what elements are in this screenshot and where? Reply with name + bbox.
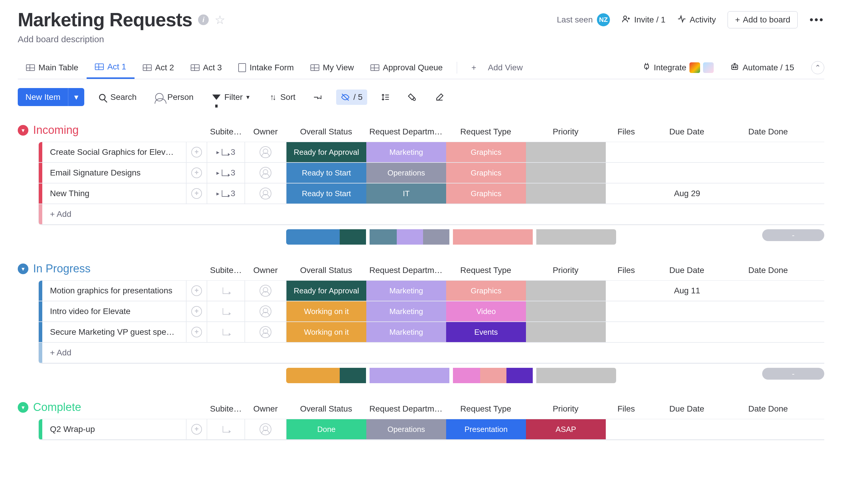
- subitems-cell[interactable]: ▸3: [207, 163, 245, 183]
- files-cell[interactable]: [606, 142, 647, 162]
- files-cell[interactable]: [606, 301, 647, 321]
- item-name[interactable]: Intro video for Elevate: [42, 301, 187, 321]
- column-header-due[interactable]: Due Date: [647, 127, 727, 137]
- column-header-due[interactable]: Due Date: [647, 266, 727, 275]
- view-tab[interactable]: Act 2: [135, 57, 182, 78]
- column-header-department[interactable]: Request Departm…: [366, 127, 446, 137]
- table-row[interactable]: Secure Marketing VP guest spea… Working …: [39, 322, 824, 343]
- column-header-done[interactable]: Date Done: [727, 127, 809, 137]
- sort-button[interactable]: ↑↓ Sort: [263, 90, 300, 105]
- due-date-cell[interactable]: [647, 301, 727, 321]
- favorite-star-icon[interactable]: ☆: [215, 13, 225, 26]
- column-header-files[interactable]: Files: [606, 266, 647, 275]
- color-button[interactable]: [403, 90, 422, 105]
- due-date-cell[interactable]: [647, 322, 727, 342]
- department-cell[interactable]: Marketing: [366, 281, 446, 301]
- last-seen[interactable]: Last seen NZ: [557, 13, 610, 26]
- department-cell[interactable]: IT: [366, 183, 446, 203]
- table-row[interactable]: New Thing ▸3 Ready to Start IT Graphics …: [39, 183, 824, 204]
- board-description[interactable]: Add board description: [18, 34, 824, 44]
- collapse-views-button[interactable]: ⌃: [811, 61, 824, 74]
- column-header-files[interactable]: Files: [606, 127, 647, 137]
- priority-cell[interactable]: ASAP: [526, 419, 606, 439]
- view-tab[interactable]: Act 3: [182, 57, 230, 78]
- files-cell[interactable]: [606, 419, 647, 439]
- subitems-icon[interactable]: [223, 308, 229, 314]
- new-item-button[interactable]: New Item ▾: [18, 88, 84, 106]
- column-header-subitems[interactable]: Subite…: [207, 127, 245, 137]
- item-name[interactable]: Email Signature Designs: [42, 163, 187, 183]
- view-tab[interactable]: Main Table: [18, 57, 87, 78]
- invite-button[interactable]: Invite / 1: [622, 15, 666, 25]
- owner-cell[interactable]: [245, 183, 286, 203]
- column-header-owner[interactable]: Owner: [245, 266, 286, 275]
- table-row[interactable]: Motion graphics for presentations Ready …: [39, 281, 824, 301]
- add-item-row[interactable]: + Add: [39, 204, 824, 225]
- view-tab[interactable]: My View: [302, 57, 362, 78]
- item-name[interactable]: Q2 Wrap-up: [42, 419, 187, 439]
- subitems-cell[interactable]: [207, 322, 245, 342]
- info-icon[interactable]: i: [198, 15, 209, 25]
- status-cell[interactable]: Ready to Start: [286, 163, 366, 183]
- date-done-cell[interactable]: [727, 322, 810, 342]
- owner-cell[interactable]: [245, 142, 286, 162]
- status-cell[interactable]: Ready to Start: [286, 183, 366, 203]
- date-done-cell[interactable]: [727, 419, 810, 439]
- priority-cell[interactable]: [526, 281, 606, 301]
- subitems-cell[interactable]: ▸3: [207, 183, 245, 203]
- column-header-status[interactable]: Overall Status: [286, 404, 366, 414]
- column-header-files[interactable]: Files: [606, 404, 647, 414]
- status-cell[interactable]: Working on it: [286, 322, 366, 342]
- date-done-cell[interactable]: [727, 183, 810, 203]
- add-to-board-button[interactable]: + Add to board: [727, 11, 797, 29]
- view-tab[interactable]: Intake Form: [230, 57, 302, 78]
- column-header-status[interactable]: Overall Status: [286, 266, 366, 275]
- priority-cell[interactable]: [526, 142, 606, 162]
- type-cell[interactable]: Graphics: [446, 183, 526, 203]
- subitems-icon[interactable]: [223, 426, 229, 432]
- conversation-button[interactable]: [187, 281, 207, 301]
- date-done-cell[interactable]: [727, 301, 810, 321]
- due-date-cell[interactable]: Aug 29: [647, 183, 727, 203]
- status-cell[interactable]: Working on it: [286, 301, 366, 321]
- files-cell[interactable]: [606, 163, 647, 183]
- column-header-status[interactable]: Overall Status: [286, 127, 366, 137]
- column-header-priority[interactable]: Priority: [526, 266, 606, 275]
- pin-button[interactable]: [309, 90, 327, 105]
- view-tab[interactable]: Approval Queue: [362, 57, 451, 78]
- item-name[interactable]: Motion graphics for presentations: [42, 281, 187, 301]
- group-collapse-icon[interactable]: ▾: [18, 402, 29, 413]
- item-name[interactable]: New Thing: [42, 183, 187, 203]
- department-cell[interactable]: Marketing: [366, 301, 446, 321]
- files-cell[interactable]: [606, 183, 647, 203]
- subitems-cell[interactable]: ▸3: [207, 142, 245, 162]
- column-header-department[interactable]: Request Departm…: [366, 266, 446, 275]
- new-item-chevron-icon[interactable]: ▾: [68, 88, 84, 106]
- column-header-department[interactable]: Request Departm…: [366, 404, 446, 414]
- table-row[interactable]: Create Social Graphics for Elevat… ▸3 Re…: [39, 142, 824, 163]
- subitems-expand-icon[interactable]: ▸: [216, 169, 220, 176]
- add-view-button[interactable]: + Add View: [463, 57, 531, 78]
- activity-button[interactable]: Activity: [677, 15, 716, 25]
- table-row[interactable]: Intro video for Elevate Working on it Ma…: [39, 301, 824, 322]
- subitems-icon[interactable]: [223, 329, 229, 335]
- column-header-due[interactable]: Due Date: [647, 404, 727, 414]
- owner-cell[interactable]: [245, 419, 286, 439]
- column-header-subitems[interactable]: Subite…: [207, 266, 245, 275]
- conversation-button[interactable]: [187, 322, 207, 342]
- priority-cell[interactable]: [526, 301, 606, 321]
- person-filter-button[interactable]: Person: [150, 90, 198, 105]
- department-cell[interactable]: Marketing: [366, 322, 446, 342]
- files-cell[interactable]: [606, 322, 647, 342]
- conversation-button[interactable]: [187, 419, 207, 439]
- column-header-done[interactable]: Date Done: [727, 266, 809, 275]
- column-header-owner[interactable]: Owner: [245, 127, 286, 137]
- conversation-button[interactable]: [187, 142, 207, 162]
- type-cell[interactable]: Graphics: [446, 163, 526, 183]
- department-cell[interactable]: Operations: [366, 163, 446, 183]
- column-header-owner[interactable]: Owner: [245, 404, 286, 414]
- owner-cell[interactable]: [245, 281, 286, 301]
- board-title[interactable]: Marketing Requests: [18, 9, 192, 31]
- group-title[interactable]: Complete: [33, 401, 81, 414]
- date-done-cell[interactable]: [727, 281, 810, 301]
